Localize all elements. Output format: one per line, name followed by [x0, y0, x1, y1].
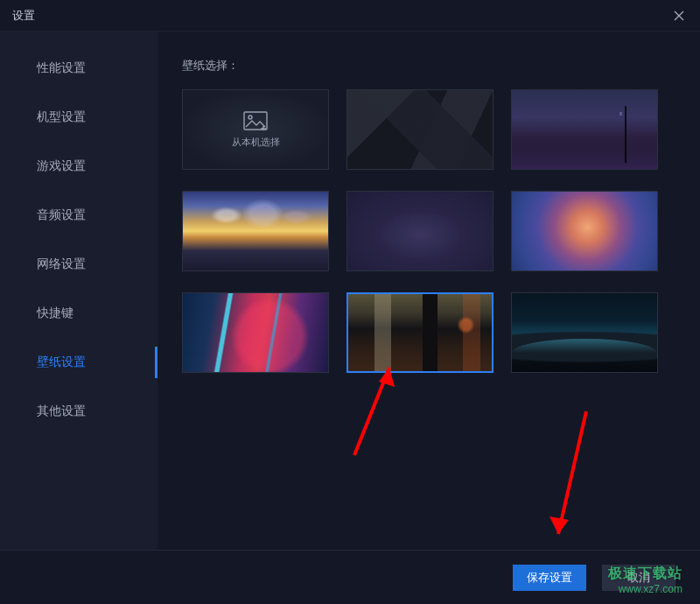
footer: 保存设置 取消	[0, 550, 700, 604]
sidebar-item-network[interactable]: 网络设置	[0, 240, 158, 289]
sidebar-item-label: 音频设置	[37, 207, 86, 223]
titlebar: 设置	[0, 0, 700, 32]
sidebar: 性能设置 机型设置 游戏设置 音频设置 网络设置 快捷键 壁纸设置 其他设置	[0, 32, 158, 550]
sidebar-item-audio[interactable]: 音频设置	[0, 191, 158, 240]
window-title: 设置	[12, 8, 35, 24]
sidebar-item-label: 壁纸设置	[37, 355, 86, 370]
wallpaper-upload-slot[interactable]: 从本机选择	[182, 89, 329, 170]
wallpaper-thumb-rainy-street[interactable]	[346, 292, 494, 373]
save-button[interactable]: 保存设置	[513, 565, 586, 591]
sidebar-item-performance[interactable]: 性能设置	[0, 44, 158, 93]
image-add-icon	[243, 111, 268, 130]
wallpaper-thumb-dark-horizon[interactable]	[511, 292, 658, 373]
sidebar-item-label: 性能设置	[37, 60, 86, 76]
content-area: 壁纸选择： 从本机选择	[158, 32, 700, 550]
close-icon	[674, 11, 684, 21]
sidebar-item-label: 快捷键	[37, 306, 74, 321]
sidebar-item-label: 游戏设置	[37, 158, 86, 174]
sidebar-item-device[interactable]: 机型设置	[0, 93, 158, 142]
sidebar-item-other[interactable]: 其他设置	[0, 387, 158, 436]
close-button[interactable]	[670, 7, 688, 25]
section-title: 壁纸选择：	[182, 58, 676, 74]
sidebar-item-label: 其他设置	[37, 404, 86, 419]
svg-point-1	[248, 116, 252, 119]
wallpaper-thumb-warm-gradient[interactable]	[511, 191, 658, 271]
window-body: 性能设置 机型设置 游戏设置 音频设置 网络设置 快捷键 壁纸设置 其他设置	[0, 32, 700, 550]
upload-label: 从本机选择	[232, 136, 280, 149]
settings-window: 设置 性能设置 机型设置 游戏设置 音频设置 网络设置 快	[0, 0, 700, 604]
wallpaper-thumb-dark-geometric[interactable]	[346, 89, 494, 170]
wallpaper-grid: 从本机选择	[182, 89, 676, 373]
cancel-button[interactable]: 取消	[602, 565, 676, 591]
sidebar-item-label: 机型设置	[37, 109, 86, 125]
wallpaper-thumb-purple-blur[interactable]	[346, 191, 494, 271]
sidebar-item-label: 网络设置	[37, 256, 86, 272]
sidebar-item-wallpaper[interactable]: 壁纸设置	[0, 338, 158, 387]
wallpaper-thumb-city-night[interactable]	[511, 89, 658, 170]
wallpaper-thumb-neon-abstract[interactable]	[182, 292, 329, 373]
sidebar-item-game[interactable]: 游戏设置	[0, 142, 158, 191]
wallpaper-thumb-anime-sunset[interactable]	[182, 191, 329, 271]
sidebar-item-shortcuts[interactable]: 快捷键	[0, 289, 158, 338]
